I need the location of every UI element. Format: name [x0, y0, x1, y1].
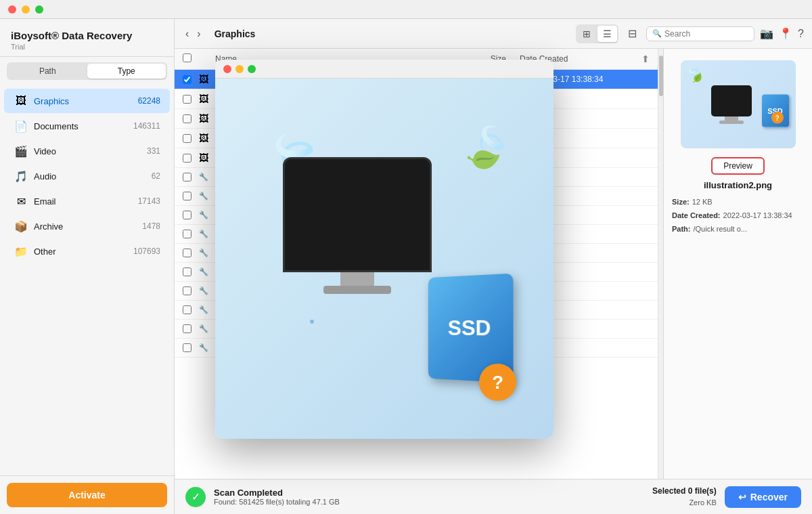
forward-button[interactable]: ›	[194, 26, 203, 41]
close-traffic-light[interactable]	[8, 5, 16, 14]
filter-button[interactable]: ⊟	[624, 24, 641, 43]
selected-count: Selected 0 file(s)	[652, 485, 717, 497]
preview-path-row: Path: /Quick result o...	[672, 223, 804, 236]
other-icon: 📁	[14, 244, 28, 259]
graphics-icon: 🖼	[14, 93, 28, 108]
documents-icon: 📄	[14, 119, 28, 133]
content-area: ‹ › Graphics ⊞ ☰ ⊟ 🔍 📷 📍 ?	[175, 19, 812, 514]
ssd-label: SSD	[448, 316, 491, 341]
sidebar-header: iBoysoft® Data Recovery Trial	[0, 19, 174, 57]
dot-decoration	[310, 320, 314, 324]
sidebar-count-graphics: 62248	[138, 96, 160, 106]
file-type-icon: 🔧	[199, 192, 215, 200]
row-check[interactable]	[183, 173, 199, 181]
big-monitor	[283, 157, 432, 294]
sidebar-item-email[interactable]: ✉ Email 17143	[4, 189, 170, 213]
row-check[interactable]	[183, 192, 199, 200]
maximize-traffic-light[interactable]	[35, 5, 43, 14]
question-badge: ?	[771, 112, 784, 124]
recover-button[interactable]: ↩ Recover	[725, 486, 801, 508]
title-bar	[0, 0, 812, 19]
sidebar-item-archive[interactable]: 📦 Archive 1478	[4, 214, 170, 238]
tab-type[interactable]: Type	[87, 64, 166, 79]
tab-path[interactable]: Path	[8, 64, 87, 79]
file-type-icon: 🔧	[199, 173, 215, 181]
row-check[interactable]	[183, 134, 199, 143]
preview-image-bg: 🍃 SSD ?	[681, 60, 796, 148]
sidebar: iBoysoft® Data Recovery Trial Path Type …	[0, 19, 175, 514]
tab-row: Path Type	[7, 62, 167, 80]
sidebar-item-video[interactable]: 🎬 Video 331	[4, 139, 170, 163]
preview-panel: 🍃 SSD ?	[663, 49, 812, 479]
sidebar-label-video: Video	[34, 146, 147, 156]
file-type-icon: 🖼	[199, 133, 215, 144]
sidebar-count-documents: 146311	[133, 121, 160, 131]
search-input[interactable]	[664, 29, 748, 39]
select-all-checkbox[interactable]	[183, 53, 191, 62]
scrollbar-track[interactable]	[658, 49, 663, 479]
popup-close-button[interactable]	[223, 65, 231, 73]
list-view-button[interactable]: ☰	[597, 26, 617, 42]
row-check[interactable]	[183, 114, 199, 123]
preview-image-container: 🍃 SSD ?	[677, 57, 799, 152]
toolbar-title: Graphics	[215, 28, 256, 39]
preview-date-value: 2022-03-17 13:38:34	[723, 209, 792, 223]
row-check[interactable]	[183, 95, 199, 104]
preview-date-label: Date Created:	[672, 209, 721, 223]
sidebar-count-audio: 62	[152, 171, 160, 181]
scan-text: Scan Completed Found: 581425 file(s) tot…	[214, 488, 340, 506]
row-check[interactable]	[183, 230, 199, 238]
row-check[interactable]	[183, 343, 199, 352]
popup-title-bar	[215, 60, 554, 79]
pin-button[interactable]: 📍	[779, 27, 792, 40]
sidebar-item-documents[interactable]: 📄 Documents 146311	[4, 114, 170, 138]
row-check[interactable]	[183, 154, 199, 163]
activate-button[interactable]: Activate	[7, 483, 167, 507]
row-check[interactable]	[183, 249, 199, 257]
minimize-traffic-light[interactable]	[22, 5, 30, 14]
preview-size-value: 12 KB	[692, 196, 713, 209]
header-check	[183, 53, 199, 65]
row-check[interactable]	[183, 286, 199, 295]
toolbar: ‹ › Graphics ⊞ ☰ ⊟ 🔍 📷 📍 ?	[175, 19, 812, 49]
preview-button[interactable]: Preview	[711, 157, 765, 175]
sidebar-item-other[interactable]: 📁 Other 107693	[4, 239, 170, 263]
sidebar-item-graphics[interactable]: 🖼 Graphics 62248	[4, 89, 170, 113]
help-button[interactable]: ?	[798, 28, 804, 40]
app-trial-label: Trial	[11, 43, 163, 51]
nav-buttons: ‹ ›	[183, 26, 204, 41]
sidebar-count-other: 107693	[133, 247, 160, 256]
sidebar-label-documents: Documents	[34, 121, 133, 131]
scan-title: Scan Completed	[214, 488, 340, 498]
camera-button[interactable]: 📷	[760, 27, 773, 40]
scan-complete-icon: ✓	[185, 487, 206, 507]
sidebar-label-audio: Audio	[34, 171, 152, 181]
sidebar-label-graphics: Graphics	[34, 96, 138, 106]
email-icon: ✉	[14, 194, 28, 209]
search-icon: 🔍	[652, 29, 662, 38]
header-action-icon: ⬆	[641, 53, 650, 64]
row-check[interactable]	[183, 305, 199, 314]
popup-maximize-button[interactable]	[248, 65, 256, 73]
row-check[interactable]	[183, 211, 199, 219]
back-button[interactable]: ‹	[183, 26, 191, 41]
sidebar-item-audio[interactable]: 🎵 Audio 62	[4, 164, 170, 188]
status-bar: ✓ Scan Completed Found: 581425 file(s) t…	[175, 479, 812, 514]
file-type-icon: 🖼	[199, 74, 215, 85]
row-check[interactable]	[183, 75, 199, 84]
row-check[interactable]	[183, 324, 199, 333]
file-type-icon: 🔧	[199, 286, 215, 295]
search-box[interactable]: 🔍	[646, 26, 754, 41]
sidebar-count-archive: 1478	[142, 221, 160, 231]
video-icon: 🎬	[14, 144, 28, 158]
row-check[interactable]	[183, 267, 199, 276]
file-type-icon: 🔧	[199, 267, 215, 276]
sidebar-footer: Activate	[0, 475, 174, 514]
app-name: iBoysoft® Data Recovery	[11, 30, 163, 41]
grid-view-button[interactable]: ⊞	[577, 26, 596, 42]
monitor-base	[323, 286, 391, 294]
selected-size: Zero KB	[652, 497, 717, 509]
popup-minimize-button[interactable]	[235, 65, 244, 73]
file-type-icon: 🔧	[199, 305, 215, 314]
sidebar-count-video: 331	[147, 146, 160, 156]
